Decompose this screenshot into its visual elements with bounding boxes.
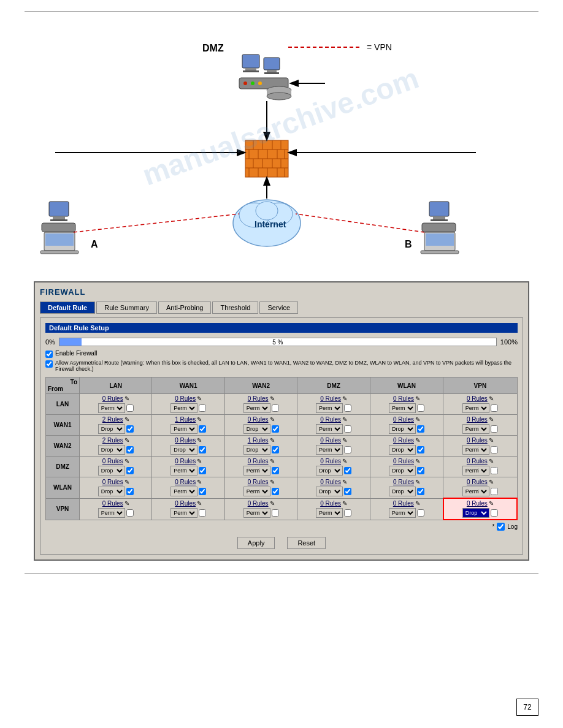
tab-service[interactable]: Service bbox=[259, 301, 298, 314]
log-cell-checkbox[interactable] bbox=[491, 467, 498, 474]
edit-icon[interactable]: ✎ bbox=[124, 416, 129, 423]
edit-icon[interactable]: ✎ bbox=[270, 500, 275, 507]
edit-icon[interactable]: ✎ bbox=[342, 479, 347, 485]
edit-icon[interactable]: ✎ bbox=[270, 437, 275, 444]
log-cell-checkbox[interactable] bbox=[344, 488, 351, 495]
action-select[interactable]: PermitDrop bbox=[462, 487, 489, 496]
log-checkbox[interactable] bbox=[497, 523, 505, 531]
edit-icon[interactable]: ✎ bbox=[124, 500, 129, 507]
enable-firewall-checkbox[interactable] bbox=[45, 351, 53, 358]
log-cell-checkbox[interactable] bbox=[272, 509, 279, 517]
action-select[interactable]: PermitDrop bbox=[243, 445, 270, 455]
edit-icon[interactable]: ✎ bbox=[124, 437, 129, 444]
action-select[interactable]: PermitDrop bbox=[98, 487, 125, 496]
apply-button[interactable]: Apply bbox=[237, 537, 275, 549]
action-select[interactable]: PermitDrop bbox=[170, 466, 197, 476]
log-cell-checkbox[interactable] bbox=[126, 467, 134, 474]
tab-rule-summary[interactable]: Rule Summary bbox=[96, 301, 157, 314]
action-select[interactable]: PermitDrop bbox=[243, 403, 270, 413]
action-select[interactable]: PermitDrop bbox=[98, 466, 125, 476]
log-cell-checkbox[interactable] bbox=[344, 446, 351, 453]
action-select[interactable]: PermitDrop bbox=[389, 424, 416, 434]
edit-icon[interactable]: ✎ bbox=[197, 416, 202, 423]
action-select[interactable]: PermitDrop bbox=[462, 424, 489, 434]
edit-icon[interactable]: ✎ bbox=[489, 395, 494, 402]
action-select[interactable]: PermitDrop bbox=[170, 487, 197, 496]
log-cell-checkbox[interactable] bbox=[491, 425, 498, 433]
edit-icon[interactable]: ✎ bbox=[489, 479, 494, 485]
action-select[interactable]: PermitDrop bbox=[462, 508, 489, 518]
edit-icon[interactable]: ✎ bbox=[270, 416, 275, 423]
action-select[interactable]: PermitDrop bbox=[316, 445, 343, 455]
log-cell-checkbox[interactable] bbox=[417, 509, 424, 517]
action-select[interactable]: PermitDrop bbox=[462, 466, 489, 476]
action-select[interactable]: PermitDrop bbox=[98, 508, 125, 518]
action-select[interactable]: PermitDrop bbox=[170, 424, 197, 434]
log-cell-checkbox[interactable] bbox=[491, 488, 498, 495]
edit-icon[interactable]: ✎ bbox=[197, 437, 202, 444]
log-cell-checkbox[interactable] bbox=[272, 425, 279, 433]
action-select[interactable]: PermitDrop bbox=[98, 403, 125, 413]
edit-icon[interactable]: ✎ bbox=[489, 458, 494, 464]
action-select[interactable]: PermitDrop bbox=[389, 466, 416, 476]
action-select[interactable]: PermitDrop bbox=[243, 487, 270, 496]
action-select[interactable]: PermitDrop bbox=[389, 445, 416, 455]
edit-icon[interactable]: ✎ bbox=[489, 500, 494, 507]
edit-icon[interactable]: ✎ bbox=[415, 395, 420, 402]
edit-icon[interactable]: ✎ bbox=[197, 395, 202, 402]
log-cell-checkbox[interactable] bbox=[417, 404, 424, 412]
edit-icon[interactable]: ✎ bbox=[124, 458, 129, 464]
log-cell-checkbox[interactable] bbox=[417, 446, 424, 453]
log-cell-checkbox[interactable] bbox=[272, 446, 279, 453]
edit-icon[interactable]: ✎ bbox=[124, 479, 129, 485]
edit-icon[interactable]: ✎ bbox=[415, 437, 420, 444]
log-cell-checkbox[interactable] bbox=[199, 509, 206, 517]
edit-icon[interactable]: ✎ bbox=[415, 479, 420, 485]
log-cell-checkbox[interactable] bbox=[417, 467, 424, 474]
edit-icon[interactable]: ✎ bbox=[489, 416, 494, 423]
tab-anti-probing[interactable]: Anti-Probing bbox=[158, 301, 212, 314]
log-cell-checkbox[interactable] bbox=[344, 404, 351, 412]
log-cell-checkbox[interactable] bbox=[491, 509, 498, 517]
edit-icon[interactable]: ✎ bbox=[342, 458, 347, 464]
log-cell-checkbox[interactable] bbox=[417, 425, 424, 433]
tab-threshold[interactable]: Threshold bbox=[212, 301, 258, 314]
log-cell-checkbox[interactable] bbox=[272, 467, 279, 474]
edit-icon[interactable]: ✎ bbox=[415, 458, 420, 464]
edit-icon[interactable]: ✎ bbox=[489, 437, 494, 444]
edit-icon[interactable]: ✎ bbox=[342, 500, 347, 507]
log-cell-checkbox[interactable] bbox=[417, 488, 424, 495]
edit-icon[interactable]: ✎ bbox=[342, 416, 347, 423]
log-cell-checkbox[interactable] bbox=[199, 467, 206, 474]
edit-icon[interactable]: ✎ bbox=[342, 437, 347, 444]
asymmetric-route-checkbox[interactable] bbox=[45, 360, 53, 368]
log-cell-checkbox[interactable] bbox=[272, 488, 279, 495]
edit-icon[interactable]: ✎ bbox=[270, 458, 275, 464]
edit-icon[interactable]: ✎ bbox=[124, 395, 129, 402]
log-cell-checkbox[interactable] bbox=[344, 509, 351, 517]
edit-icon[interactable]: ✎ bbox=[415, 416, 420, 423]
log-cell-checkbox[interactable] bbox=[199, 488, 206, 495]
edit-icon[interactable]: ✎ bbox=[197, 479, 202, 485]
reset-button[interactable]: Reset bbox=[287, 537, 326, 549]
action-select[interactable]: PermitDrop bbox=[316, 403, 343, 413]
log-cell-checkbox[interactable] bbox=[126, 446, 134, 453]
action-select[interactable]: PermitDrop bbox=[316, 466, 343, 476]
log-cell-checkbox[interactable] bbox=[126, 404, 134, 412]
action-select[interactable]: PermitDrop bbox=[243, 424, 270, 434]
action-select[interactable]: PermitDrop bbox=[316, 508, 343, 518]
edit-icon[interactable]: ✎ bbox=[342, 395, 347, 402]
action-select[interactable]: PermitDrop bbox=[170, 445, 197, 455]
action-select[interactable]: PermitDrop bbox=[316, 487, 343, 496]
log-cell-checkbox[interactable] bbox=[344, 425, 351, 433]
edit-icon[interactable]: ✎ bbox=[270, 395, 275, 402]
action-select[interactable]: PermitDrop bbox=[243, 508, 270, 518]
action-select[interactable]: PermitDrop bbox=[389, 487, 416, 496]
log-cell-checkbox[interactable] bbox=[199, 404, 206, 412]
log-cell-checkbox[interactable] bbox=[126, 488, 134, 495]
action-select[interactable]: PermitDrop bbox=[243, 466, 270, 476]
action-select[interactable]: PermitDrop bbox=[316, 424, 343, 434]
edit-icon[interactable]: ✎ bbox=[197, 458, 202, 464]
action-select[interactable]: PermitDrop bbox=[389, 508, 416, 518]
log-cell-checkbox[interactable] bbox=[344, 467, 351, 474]
